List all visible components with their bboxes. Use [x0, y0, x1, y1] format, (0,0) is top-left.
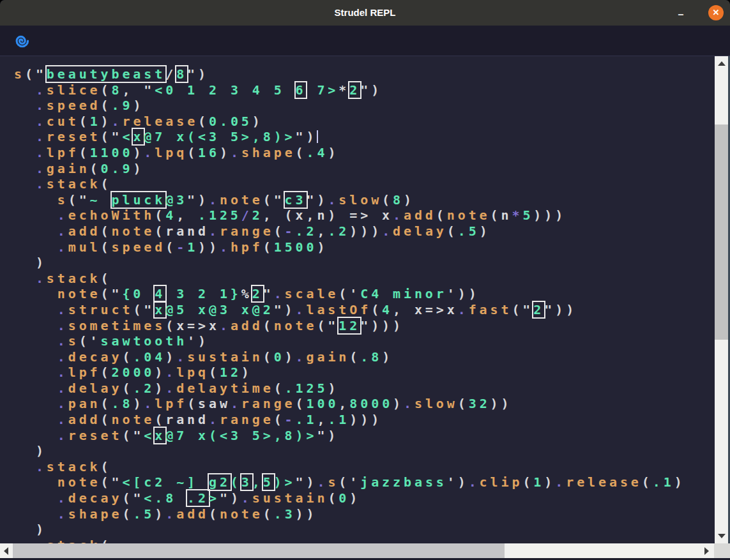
code-token: (: [79, 114, 90, 129]
code-token: (: [122, 381, 133, 396]
code-line[interactable]: .stack(: [14, 538, 715, 543]
scroll-right-icon[interactable]: [704, 547, 709, 555]
code-line[interactable]: .reset("<x@7 x(<3 5>,8)>"): [14, 428, 715, 444]
code-token: s: [68, 333, 79, 349]
code-line[interactable]: .cut(1).release(0.05): [14, 114, 715, 130]
code-line[interactable]: .decay(.04).sustain(0).gain(.8): [14, 349, 715, 365]
code-token: (: [155, 223, 165, 239]
code-token: (": [133, 302, 155, 317]
code-token: (: [263, 506, 274, 522]
code-token: jazzbass: [360, 474, 447, 490]
strudel-repl-window: Strudel REPL – ✕ s("beautybeast/8") .sli…: [0, 0, 730, 560]
code-token: .9: [112, 98, 133, 113]
code-line[interactable]: .delay(.2).delaytime(.125): [14, 381, 715, 397]
code-token: [14, 396, 57, 411]
code-line[interactable]: .stack(: [14, 271, 715, 287]
code-line[interactable]: .lpf(1100).lpq(16).shape(.4): [14, 145, 715, 161]
code-line[interactable]: ): [14, 522, 715, 538]
code-line[interactable]: .echoWith(4, .125/2, (x,n) => x.add(note…: [14, 208, 715, 223]
vertical-scrollbar[interactable]: [715, 56, 730, 543]
code-token: (": [122, 428, 144, 443]
code-token: .: [57, 381, 68, 396]
code-token: -: [285, 412, 296, 427]
code-line[interactable]: .mul(speed(-1)).hpf(1500): [14, 239, 715, 255]
code-line[interactable]: .reset("<x@7 x(<3 5>,8)>"): [14, 129, 715, 145]
code-token: ')): [447, 286, 480, 301]
scroll-up-icon[interactable]: [718, 61, 726, 66]
code-line[interactable]: .decay("<.8 .2>").sustain(0): [14, 490, 715, 506]
code-line[interactable]: .stack(: [14, 176, 715, 192]
code-token: 8: [393, 192, 404, 208]
code-token: (": [122, 490, 144, 506]
code-line[interactable]: .sometimes(x=>x.add(note("12"))): [14, 318, 715, 334]
code-token: pan: [68, 396, 101, 411]
code-token: ): [480, 223, 490, 239]
code-token: ): [14, 522, 47, 537]
code-token: >: [209, 490, 220, 506]
code-line[interactable]: .stack(: [14, 459, 715, 475]
active-event-token: 3: [241, 474, 252, 490]
code-line[interactable]: s("~ pluck@3").note("c3").slow(8): [14, 192, 715, 208]
code-token: 8: [112, 82, 123, 98]
code-token: (: [382, 192, 393, 208]
active-event-token: 12: [338, 318, 360, 333]
code-token: (: [263, 349, 274, 365]
scroll-down-icon[interactable]: [718, 534, 726, 538]
code-token: decay: [68, 490, 123, 506]
code-token: lpf: [155, 396, 187, 411]
code-token: (: [101, 412, 112, 427]
code-line[interactable]: .lpf(2000).lpq(12): [14, 365, 715, 381]
code-line[interactable]: .add(note(rand.range(-.1,.1))): [14, 412, 715, 428]
code-token: [14, 365, 57, 380]
code-token: echoWith: [68, 208, 155, 223]
scroll-left-icon[interactable]: [4, 547, 8, 555]
code-line[interactable]: .pan(.8).lpf(saw.range(100,8000).slow(32…: [14, 396, 715, 412]
code-token: stack: [47, 538, 101, 543]
code-token: add: [176, 506, 209, 522]
code-token: (: [165, 318, 176, 333]
code-token: clip: [480, 474, 523, 490]
active-event-token: beautybeast: [47, 66, 165, 82]
code-line[interactable]: .add(note(rand.range(-.2,.2))).delay(.5): [14, 223, 715, 239]
code-line[interactable]: .slice(8, "<0 1 2 3 4 5 6 7>*2"): [14, 82, 715, 98]
code-line[interactable]: .s('sawtooth'): [14, 333, 715, 349]
code-line[interactable]: note("<[c2 ~] g2(3,5)>").s('jazzbass').c…: [14, 474, 715, 490]
code-token: [14, 145, 36, 160]
code-token: (: [101, 176, 112, 192]
code-token: sustain: [252, 490, 328, 506]
minimize-button[interactable]: –: [671, 0, 690, 26]
code-token: x=>x: [176, 318, 220, 333]
code-token: .: [36, 176, 47, 192]
code-line[interactable]: .speed(.9): [14, 98, 715, 114]
code-line[interactable]: note("{0 4 3 2 1}%2".scale('C4 minor')): [14, 286, 715, 302]
code-editor[interactable]: s("beautybeast/8") .slice(8, "<0 1 2 3 4…: [0, 56, 715, 543]
code-line[interactable]: .struct("x@5 x@3 x@2").lastOf(4, x=>x.fa…: [14, 302, 715, 318]
code-token: .: [57, 490, 68, 506]
code-line[interactable]: .gain(0.9): [14, 161, 715, 177]
code-token: (: [187, 396, 198, 411]
titlebar[interactable]: Strudel REPL – ✕: [0, 0, 730, 26]
code-token: [14, 381, 57, 396]
vertical-scrollbar-thumb[interactable]: [715, 125, 728, 340]
code-token: (": [68, 192, 90, 208]
code-line[interactable]: ): [14, 255, 715, 271]
code-line[interactable]: ): [14, 443, 715, 459]
code-token: ): [544, 474, 555, 490]
code-line[interactable]: .shape(.5).add(note(.3)): [14, 506, 715, 522]
code-token: [14, 333, 57, 349]
code-line[interactable]: s("beautybeast/8"): [14, 66, 715, 82]
horizontal-scrollbar[interactable]: [0, 543, 714, 558]
strudel-logo-icon[interactable]: [13, 32, 31, 50]
code-token: ): [101, 114, 112, 129]
code-token: 0.9: [101, 161, 133, 176]
code-token: (: [187, 145, 198, 160]
horizontal-scrollbar-thumb[interactable]: [13, 543, 505, 558]
code-token: /: [241, 208, 252, 223]
code-token: ): [155, 365, 165, 380]
code-token: stack: [47, 459, 101, 474]
close-button[interactable]: ✕: [708, 5, 724, 20]
code-token: add: [68, 223, 101, 239]
code-token: ): [133, 161, 144, 176]
active-event-token: x: [133, 129, 144, 144]
code-token: (': [338, 286, 360, 301]
